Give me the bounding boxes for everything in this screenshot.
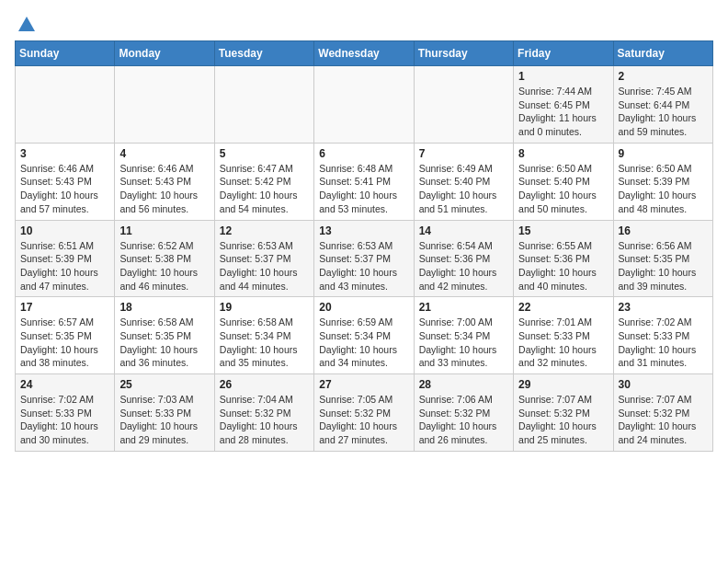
calendar-table: SundayMondayTuesdayWednesdayThursdayFrid… [15, 40, 713, 452]
day-number: 11 [119, 224, 209, 237]
day-info: Sunrise: 7:00 AM Sunset: 5:34 PM Dayligh… [419, 316, 508, 370]
day-info: Sunrise: 7:02 AM Sunset: 5:33 PM Dayligh… [619, 316, 708, 370]
day-info: Sunrise: 6:54 AM Sunset: 5:36 PM Dayligh… [419, 239, 508, 293]
day-number: 23 [619, 301, 708, 314]
page-header [15, 15, 713, 31]
day-number: 27 [319, 378, 408, 391]
day-number: 24 [20, 378, 109, 391]
day-info: Sunrise: 6:58 AM Sunset: 5:35 PM Dayligh… [119, 316, 209, 370]
day-number: 25 [119, 378, 209, 391]
day-info: Sunrise: 7:45 AM Sunset: 6:44 PM Dayligh… [619, 85, 708, 139]
calendar-cell [115, 66, 214, 144]
day-info: Sunrise: 6:52 AM Sunset: 5:38 PM Dayligh… [119, 239, 209, 293]
day-number: 20 [319, 301, 408, 314]
calendar-cell: 7Sunrise: 6:49 AM Sunset: 5:40 PM Daylig… [414, 143, 513, 220]
day-info: Sunrise: 7:03 AM Sunset: 5:33 PM Dayligh… [119, 393, 209, 447]
day-info: Sunrise: 7:07 AM Sunset: 5:32 PM Dayligh… [619, 393, 708, 447]
day-number: 16 [619, 224, 708, 237]
calendar-cell: 17Sunrise: 6:57 AM Sunset: 5:35 PM Dayli… [16, 297, 115, 374]
calendar-week-row: 10Sunrise: 6:51 AM Sunset: 5:39 PM Dayli… [16, 220, 713, 297]
day-info: Sunrise: 7:02 AM Sunset: 5:33 PM Dayligh… [20, 393, 109, 447]
day-number: 19 [220, 301, 309, 314]
calendar-cell: 15Sunrise: 6:55 AM Sunset: 5:36 PM Dayli… [514, 220, 613, 297]
calendar-cell: 4Sunrise: 6:46 AM Sunset: 5:43 PM Daylig… [115, 143, 214, 220]
day-info: Sunrise: 6:56 AM Sunset: 5:35 PM Dayligh… [619, 239, 708, 293]
calendar-cell: 10Sunrise: 6:51 AM Sunset: 5:39 PM Dayli… [16, 220, 115, 297]
day-info: Sunrise: 6:55 AM Sunset: 5:36 PM Dayligh… [518, 239, 608, 293]
weekday-header: Thursday [414, 41, 513, 66]
day-number: 18 [119, 301, 209, 314]
day-info: Sunrise: 6:53 AM Sunset: 5:37 PM Dayligh… [220, 239, 309, 293]
day-number: 29 [518, 378, 608, 391]
day-number: 21 [419, 301, 508, 314]
day-info: Sunrise: 6:58 AM Sunset: 5:34 PM Dayligh… [220, 316, 309, 370]
calendar-cell: 28Sunrise: 7:06 AM Sunset: 5:32 PM Dayli… [414, 374, 513, 452]
day-number: 15 [518, 224, 608, 237]
day-info: Sunrise: 6:46 AM Sunset: 5:43 PM Dayligh… [119, 162, 209, 216]
day-info: Sunrise: 6:50 AM Sunset: 5:39 PM Dayligh… [619, 162, 708, 216]
calendar-cell: 20Sunrise: 6:59 AM Sunset: 5:34 PM Dayli… [314, 297, 414, 374]
calendar-cell: 19Sunrise: 6:58 AM Sunset: 5:34 PM Dayli… [214, 297, 313, 374]
weekday-header: Tuesday [214, 41, 313, 66]
day-info: Sunrise: 6:50 AM Sunset: 5:40 PM Dayligh… [518, 162, 608, 216]
calendar-week-row: 17Sunrise: 6:57 AM Sunset: 5:35 PM Dayli… [16, 297, 713, 374]
calendar-cell: 18Sunrise: 6:58 AM Sunset: 5:35 PM Dayli… [115, 297, 214, 374]
weekday-header: Monday [115, 41, 214, 66]
calendar-cell: 9Sunrise: 6:50 AM Sunset: 5:39 PM Daylig… [613, 143, 712, 220]
day-number: 13 [319, 224, 408, 237]
calendar-cell: 16Sunrise: 6:56 AM Sunset: 5:35 PM Dayli… [613, 220, 712, 297]
day-number: 4 [119, 147, 209, 160]
calendar-cell: 2Sunrise: 7:45 AM Sunset: 6:44 PM Daylig… [613, 66, 712, 144]
calendar-header-row: SundayMondayTuesdayWednesdayThursdayFrid… [16, 41, 713, 66]
day-info: Sunrise: 7:07 AM Sunset: 5:32 PM Dayligh… [518, 393, 608, 447]
day-info: Sunrise: 7:05 AM Sunset: 5:32 PM Dayligh… [319, 393, 408, 447]
calendar-cell: 14Sunrise: 6:54 AM Sunset: 5:36 PM Dayli… [414, 220, 513, 297]
calendar-cell: 26Sunrise: 7:04 AM Sunset: 5:32 PM Dayli… [214, 374, 313, 452]
day-info: Sunrise: 6:47 AM Sunset: 5:42 PM Dayligh… [220, 162, 309, 216]
calendar-week-row: 3Sunrise: 6:46 AM Sunset: 5:43 PM Daylig… [16, 143, 713, 220]
day-number: 14 [419, 224, 508, 237]
calendar-cell: 12Sunrise: 6:53 AM Sunset: 5:37 PM Dayli… [214, 220, 313, 297]
day-info: Sunrise: 7:06 AM Sunset: 5:32 PM Dayligh… [419, 393, 508, 447]
calendar-cell [414, 66, 513, 144]
day-number: 3 [20, 147, 109, 160]
day-number: 26 [220, 378, 309, 391]
day-number: 1 [518, 70, 608, 83]
calendar-cell: 22Sunrise: 7:01 AM Sunset: 5:33 PM Dayli… [514, 297, 613, 374]
calendar-cell: 5Sunrise: 6:47 AM Sunset: 5:42 PM Daylig… [214, 143, 313, 220]
day-info: Sunrise: 6:57 AM Sunset: 5:35 PM Dayligh… [20, 316, 109, 370]
calendar-cell [214, 66, 313, 144]
day-info: Sunrise: 7:01 AM Sunset: 5:33 PM Dayligh… [518, 316, 608, 370]
calendar-cell: 8Sunrise: 6:50 AM Sunset: 5:40 PM Daylig… [514, 143, 613, 220]
calendar-cell: 6Sunrise: 6:48 AM Sunset: 5:41 PM Daylig… [314, 143, 414, 220]
calendar-cell: 30Sunrise: 7:07 AM Sunset: 5:32 PM Dayli… [613, 374, 712, 452]
weekday-header: Wednesday [314, 41, 414, 66]
calendar-cell [16, 66, 115, 144]
day-number: 8 [518, 147, 608, 160]
calendar-cell: 27Sunrise: 7:05 AM Sunset: 5:32 PM Dayli… [314, 374, 414, 452]
day-info: Sunrise: 6:49 AM Sunset: 5:40 PM Dayligh… [419, 162, 508, 216]
day-info: Sunrise: 7:04 AM Sunset: 5:32 PM Dayligh… [220, 393, 309, 447]
calendar-cell: 21Sunrise: 7:00 AM Sunset: 5:34 PM Dayli… [414, 297, 513, 374]
day-info: Sunrise: 6:53 AM Sunset: 5:37 PM Dayligh… [319, 239, 408, 293]
day-number: 10 [20, 224, 109, 237]
day-number: 7 [419, 147, 508, 160]
weekday-header: Sunday [16, 41, 115, 66]
calendar-week-row: 24Sunrise: 7:02 AM Sunset: 5:33 PM Dayli… [16, 374, 713, 452]
day-number: 12 [220, 224, 309, 237]
weekday-header: Friday [514, 41, 613, 66]
day-number: 28 [419, 378, 508, 391]
day-number: 2 [619, 70, 708, 83]
day-number: 5 [220, 147, 309, 160]
day-number: 9 [619, 147, 708, 160]
calendar-week-row: 1Sunrise: 7:44 AM Sunset: 6:45 PM Daylig… [16, 66, 713, 144]
calendar-cell: 23Sunrise: 7:02 AM Sunset: 5:33 PM Dayli… [613, 297, 712, 374]
day-info: Sunrise: 6:59 AM Sunset: 5:34 PM Dayligh… [319, 316, 408, 370]
day-info: Sunrise: 7:44 AM Sunset: 6:45 PM Dayligh… [518, 85, 608, 139]
day-number: 17 [20, 301, 109, 314]
day-number: 30 [619, 378, 708, 391]
day-info: Sunrise: 6:46 AM Sunset: 5:43 PM Dayligh… [20, 162, 109, 216]
calendar-cell: 1Sunrise: 7:44 AM Sunset: 6:45 PM Daylig… [514, 66, 613, 144]
calendar-cell: 29Sunrise: 7:07 AM Sunset: 5:32 PM Dayli… [514, 374, 613, 452]
logo-icon [17, 15, 37, 35]
